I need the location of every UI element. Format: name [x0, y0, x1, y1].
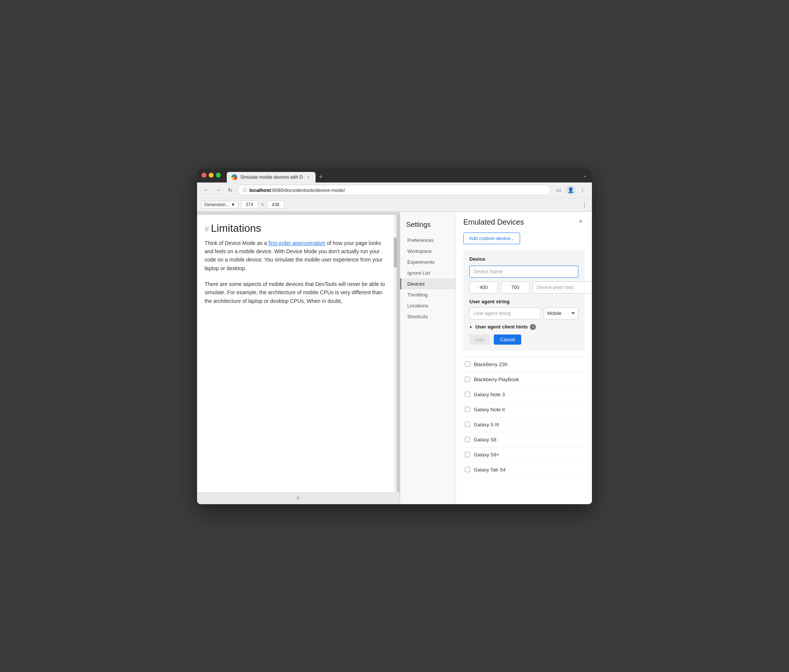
device-label: Galaxy Note 3 — [474, 392, 505, 397]
device-pixel-ratio-input[interactable] — [532, 282, 592, 293]
sidebar-item-throttling[interactable]: Throttling — [400, 290, 455, 300]
tab-bar: Simulate mobile devices with D × + — [227, 168, 580, 182]
add-custom-device-button[interactable]: Add custom device... — [463, 232, 520, 244]
emulated-devices-panel: Emulated Devices × Add custom device... … — [456, 212, 592, 504]
close-button[interactable]: × — [577, 218, 585, 226]
emulated-header: Emulated Devices × — [463, 218, 585, 227]
sidebar-item-experiments[interactable]: Experiments — [400, 257, 455, 267]
form-actions: Add Cancel — [470, 334, 578, 345]
webpage-area: # Limitations Think of Device Mode as a … — [197, 212, 400, 504]
cast-btn[interactable]: ▭ — [554, 185, 563, 195]
chrome-titlebar: Simulate mobile devices with D × + ⌄ — [197, 168, 592, 182]
address-text: localhost:8080/docs/devtools/device-mode… — [249, 187, 345, 193]
device-dims-row — [470, 282, 578, 293]
device-checkbox-blackberry-playbook[interactable] — [465, 377, 470, 382]
devtools-toolbar: Dimension... ▼ × ⋮ — [197, 198, 592, 212]
address-bar[interactable]: ⓘ localhost:8080/docs/devtools/device-mo… — [238, 185, 551, 195]
device-name-input[interactable] — [470, 266, 578, 278]
user-agent-type-select[interactable]: Mobile Desktop Custom — [544, 307, 578, 320]
tab-favicon — [231, 174, 237, 180]
new-tab-btn[interactable]: + — [316, 172, 326, 182]
webpage-paragraph2: There are some aspects of mobile devices… — [204, 280, 389, 305]
settings-title: Settings — [400, 216, 455, 235]
address-info-icon: ⓘ — [243, 187, 247, 194]
tab-title: Simulate mobile devices with D — [240, 174, 303, 180]
user-agent-row: Mobile Desktop Custom — [470, 307, 578, 320]
device-checkbox-blackberry-z30[interactable] — [465, 362, 470, 367]
dimension-select[interactable]: Dimension... ▼ — [201, 201, 238, 208]
chrome-more-btn[interactable]: ⌄ — [583, 171, 588, 179]
device-list: BlackBerry Z30 Blackberry PlayBook Galax… — [463, 357, 585, 477]
back-btn[interactable]: ← — [201, 186, 211, 195]
dimension-arrow: ▼ — [231, 202, 235, 207]
forward-btn[interactable]: → — [214, 186, 223, 195]
sidebar-item-shortcuts[interactable]: Shortcuts — [400, 311, 455, 322]
list-item: Galaxy S8 — [463, 432, 585, 447]
chrome-actions: ▭ 👤 ⋮ — [554, 185, 588, 195]
list-item: Galaxy Tab S4 — [463, 462, 585, 477]
device-checkbox-galaxy-s-iii[interactable] — [465, 422, 470, 427]
device-label: Galaxy S8 — [474, 437, 497, 443]
device-height-input[interactable] — [501, 282, 530, 293]
device-label: Galaxy Note II — [474, 407, 505, 412]
device-label: Galaxy S9+ — [474, 452, 500, 458]
sidebar-item-devices[interactable]: Devices — [400, 278, 455, 290]
ua-hints-expand-icon[interactable]: ► — [470, 325, 473, 329]
active-tab[interactable]: Simulate mobile devices with D × — [227, 172, 316, 182]
browser-window: Simulate mobile devices with D × + ⌄ ← →… — [197, 168, 592, 504]
browser-content: # Limitations Think of Device Mode as a … — [197, 212, 592, 504]
resize-icon: ≡ — [296, 495, 300, 502]
heading-hash: # — [204, 224, 209, 234]
user-agent-title: User agent string — [470, 299, 578, 304]
sidebar-item-ignore-list[interactable]: Ignore List — [400, 267, 455, 278]
ua-hints-label: User agent client hints — [475, 324, 528, 330]
device-checkbox-galaxy-note-3[interactable] — [465, 392, 470, 397]
page-heading: Limitations — [211, 222, 261, 234]
chrome-menu-btn[interactable]: ⋮ — [578, 185, 588, 195]
width-input[interactable] — [241, 200, 258, 209]
webpage-paragraph1: Think of Device Mode as a first-order ap… — [204, 239, 389, 273]
user-agent-input[interactable] — [470, 307, 541, 320]
profile-btn[interactable]: 👤 — [565, 185, 575, 195]
webpage-top-scrollbar — [197, 212, 400, 215]
device-checkbox-galaxy-note-ii[interactable] — [465, 407, 470, 412]
list-item: Galaxy Note II — [463, 402, 585, 417]
sidebar-item-workspace[interactable]: Workspace — [400, 246, 455, 257]
height-input[interactable] — [267, 200, 284, 209]
cancel-button[interactable]: Cancel — [494, 334, 521, 345]
add-button[interactable]: Add — [470, 334, 490, 345]
device-form: Device User agent string Mobile Desktop — [463, 250, 585, 351]
close-traffic-light[interactable] — [201, 173, 206, 178]
list-item: BlackBerry Z30 — [463, 357, 585, 372]
device-section-title: Device — [470, 256, 578, 262]
ua-hints-info-icon[interactable]: i — [530, 324, 536, 330]
paragraph1-link[interactable]: first-order approximation — [268, 240, 326, 246]
device-label: Galaxy S III — [474, 422, 499, 427]
settings-panel: Settings Preferences Workspace Experimen… — [400, 212, 592, 504]
emulated-title: Emulated Devices — [463, 218, 524, 227]
device-label: Blackberry PlayBook — [474, 377, 519, 382]
webpage-resize-handle[interactable]: ≡ — [197, 492, 400, 504]
sidebar-item-locations[interactable]: Locations — [400, 300, 455, 311]
device-checkbox-galaxy-s9-plus[interactable] — [465, 452, 470, 457]
webpage-content: # Limitations Think of Device Mode as a … — [197, 215, 397, 492]
toolbar-more-btn[interactable]: ⋮ — [581, 201, 588, 208]
tab-close-btn[interactable]: × — [306, 174, 311, 180]
dimension-label: Dimension... — [204, 202, 229, 207]
list-item: Galaxy Note 3 — [463, 387, 585, 402]
device-checkbox-galaxy-s8[interactable] — [465, 437, 470, 442]
dimension-separator: × — [261, 202, 264, 207]
refresh-btn[interactable]: ↻ — [226, 186, 235, 195]
list-item: Galaxy S III — [463, 417, 585, 432]
device-label: BlackBerry Z30 — [474, 362, 507, 367]
traffic-lights — [201, 173, 221, 178]
device-width-input[interactable] — [470, 282, 498, 293]
device-checkbox-galaxy-tab-s4[interactable] — [465, 467, 470, 472]
list-item: Blackberry PlayBook — [463, 372, 585, 387]
minimize-traffic-light[interactable] — [209, 173, 214, 178]
chrome-addressbar: ← → ↻ ⓘ localhost:8080/docs/devtools/dev… — [197, 182, 592, 198]
maximize-traffic-light[interactable] — [216, 173, 221, 178]
sidebar-item-preferences[interactable]: Preferences — [400, 235, 455, 246]
webpage-scrollbar[interactable] — [394, 215, 397, 492]
side-resize-handle[interactable] — [397, 215, 400, 492]
